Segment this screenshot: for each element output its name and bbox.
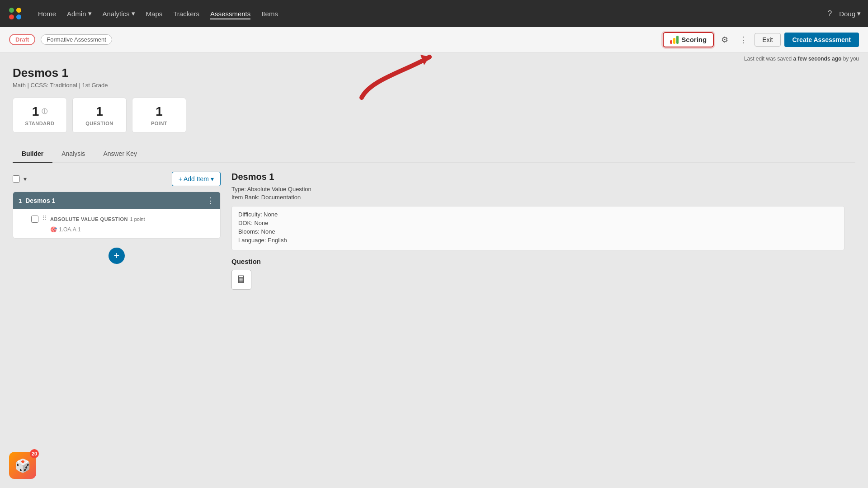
logo-dot-green [9, 8, 14, 13]
tab-builder[interactable]: Builder [13, 145, 52, 163]
logo-dot-yellow [16, 8, 21, 13]
detail-title: Desmos 1 [231, 172, 844, 182]
detail-item-bank: Item Bank: Documentation [231, 194, 844, 201]
tab-answer-key[interactable]: Answer Key [94, 145, 146, 163]
calculator-icon[interactable]: 🖩 [231, 270, 251, 290]
nav-items[interactable]: Items [261, 8, 278, 19]
settings-icon-button[interactable]: ⚙ [717, 32, 732, 47]
scoring-button[interactable]: Scoring [663, 32, 714, 47]
item-standard: 🎯 1.OA.A.1 [50, 226, 215, 233]
detail-language: Language: English [238, 237, 838, 244]
nav-admin[interactable]: Admin ▾ [67, 8, 92, 19]
add-more-row: + [13, 244, 221, 267]
detail-difficulty: Difficulty: None [238, 211, 838, 218]
page-title: Desmos 1 [13, 66, 855, 80]
last-edit-text: Last edit was saved a few seconds ago by… [744, 56, 859, 62]
item-info: ABSOLUTE VALUE QUESTION 1 point 🎯 1.OA.A… [50, 215, 215, 233]
nav-trackers[interactable]: Trackers [173, 8, 199, 19]
drag-handle-icon[interactable]: ⠿ [42, 215, 47, 222]
scoring-bars-icon [670, 36, 679, 44]
logo-dot-red [9, 14, 14, 19]
logo-dot-blue [16, 14, 21, 19]
item-card-body: ⠿ ABSOLUTE VALUE QUESTION 1 point 🎯 1.OA… [13, 209, 220, 238]
items-toolbar: ▾ + Add Item ▾ [13, 172, 221, 186]
item-type-row: ABSOLUTE VALUE QUESTION 1 point [50, 215, 215, 223]
items-panel: ▾ + Add Item ▾ 1 Desmos 1 ⋮ ⠿ [13, 172, 221, 290]
item-card-header: 1 Desmos 1 ⋮ [13, 192, 220, 209]
add-item-button[interactable]: + Add Item ▾ [172, 172, 221, 186]
detail-dok: DOK: None [238, 220, 838, 226]
more-options-button[interactable]: ⋮ [736, 32, 751, 47]
item-more-button[interactable]: ⋮ [207, 196, 215, 206]
content-area: ▾ + Add Item ▾ 1 Desmos 1 ⋮ ⠿ [13, 172, 855, 290]
exit-button[interactable]: Exit [755, 33, 780, 47]
notification-badge: 20 [30, 449, 39, 458]
detail-type: Type: Absolute Value Question [231, 186, 844, 192]
tab-analysis[interactable]: Analysis [52, 145, 94, 163]
detail-question-title: Question [231, 258, 844, 265]
standard-info-icon[interactable]: ⓘ [42, 108, 47, 116]
nav-analytics[interactable]: Analytics ▾ [103, 8, 135, 19]
subheader: Draft Formative Assessment Scoring ⚙ ⋮ E… [0, 27, 868, 52]
stat-standard: 1 ⓘ STANDARD [13, 98, 67, 133]
item-card: 1 Desmos 1 ⋮ ⠿ ABSOLUTE VALUE QUESTION 1… [13, 192, 221, 239]
app-launcher[interactable]: 🎲 20 [9, 452, 36, 479]
nav-home[interactable]: Home [38, 8, 56, 19]
detail-meta-box: Difficulty: None DOK: None Blooms: None … [231, 206, 844, 250]
select-all-checkbox[interactable] [13, 175, 20, 183]
page-subtitle: Math | CCSS: Traditional | 1st Grade [13, 82, 855, 89]
content-tabs: Builder Analysis Answer Key [13, 145, 855, 163]
subheader-actions: Scoring ⚙ ⋮ Exit Create Assessment [663, 32, 859, 47]
nav-assessments[interactable]: Assessments [210, 8, 250, 19]
top-navigation: Home Admin ▾ Analytics ▾ Maps Trackers A… [0, 0, 868, 27]
draft-badge: Draft [9, 34, 35, 45]
create-assessment-button[interactable]: Create Assessment [784, 33, 859, 47]
stats-row: 1 ⓘ STANDARD 1 QUESTION 1 POINT [13, 98, 855, 133]
user-menu[interactable]: Doug ▾ [839, 9, 861, 18]
app-logo[interactable] [7, 5, 24, 22]
add-item-circle-button[interactable]: + [108, 248, 125, 264]
nav-maps[interactable]: Maps [146, 8, 163, 19]
detail-panel: Desmos 1 Type: Absolute Value Question I… [221, 172, 855, 290]
main-content: Desmos 1 Math | CCSS: Traditional | 1st … [0, 52, 868, 290]
stat-question: 1 QUESTION [72, 98, 127, 133]
detail-blooms: Blooms: None [238, 228, 838, 235]
stat-point: 1 POINT [132, 98, 186, 133]
item-checkbox[interactable] [31, 216, 38, 223]
help-button[interactable]: ? [827, 9, 832, 19]
formative-badge: Formative Assessment [41, 34, 112, 45]
expand-chevron[interactable]: ▾ [24, 175, 27, 183]
